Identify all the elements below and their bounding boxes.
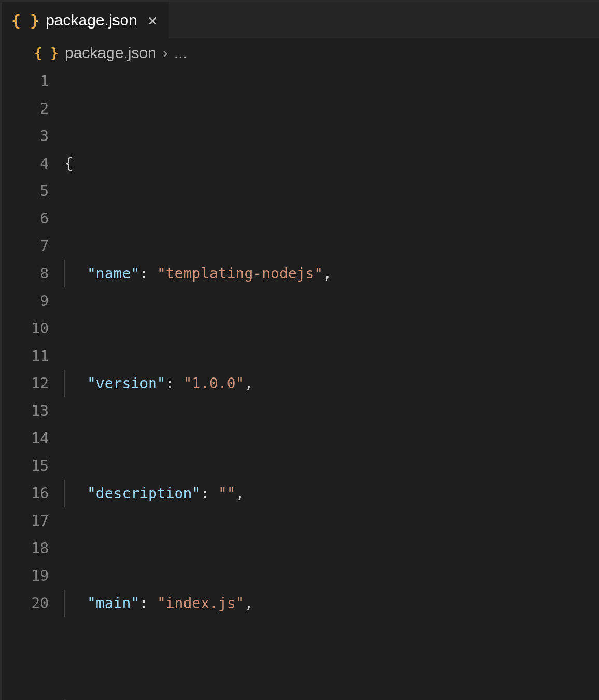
chevron-right-icon: › <box>163 44 168 62</box>
code-line: "name": "templating-nodejs", <box>64 260 599 287</box>
breadcrumb-rest[interactable]: ... <box>174 44 187 62</box>
json-icon: { } <box>34 45 59 61</box>
code-line: "version": "1.0.0", <box>64 370 599 397</box>
code-line: "main": "index.js", <box>64 590 599 617</box>
tab-filename: package.json <box>46 11 137 29</box>
json-icon: { } <box>11 11 39 30</box>
line-number-gutter: 12345 678910 1112131415 1617181920 <box>2 67 64 700</box>
code-area[interactable]: { "name": "templating-nodejs", "version"… <box>64 67 599 700</box>
code-line: { <box>64 150 599 177</box>
code-line: "description": "", <box>64 480 599 507</box>
close-icon[interactable]: × <box>148 10 158 30</box>
breadcrumb: { } package.json › ... <box>2 38 599 67</box>
code-editor[interactable]: 12345 678910 1112131415 1617181920 { "na… <box>2 67 599 700</box>
tab-bar: { } package.json × <box>2 2 599 38</box>
breadcrumb-file[interactable]: package.json <box>65 44 156 62</box>
tab-package-json[interactable]: { } package.json × <box>2 2 169 38</box>
